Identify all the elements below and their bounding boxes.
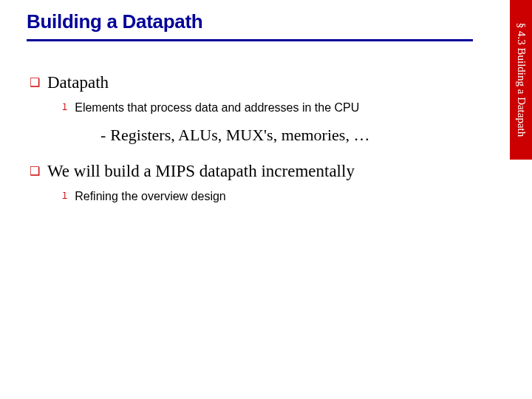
side-tab-label: § 4.3 Building a Datapath — [515, 23, 528, 137]
lvl2-text: Refining the overview design — [75, 189, 226, 204]
square-bullet-icon: ❑ — [30, 161, 40, 182]
list-item: ❑ We will build a MIPS datapath incremen… — [30, 161, 488, 182]
dash-bullet-icon: - — [100, 126, 106, 145]
lvl1-text: We will build a MIPS datapath incrementa… — [47, 161, 355, 182]
title-area: Building a Datapath — [0, 0, 532, 33]
list-item: - Registers, ALUs, MUX's, memories, … — [100, 126, 488, 145]
side-tab: § 4.3 Building a Datapath — [510, 0, 532, 160]
sub-bullet-icon: l — [62, 189, 67, 204]
sub-bullet-icon: l — [62, 100, 67, 115]
lvl2-text: Elements that process data and addresses… — [75, 100, 359, 115]
content-area: ❑ Datapath l Elements that process data … — [0, 41, 532, 204]
lvl1-text: Datapath — [47, 72, 109, 93]
lvl3-text: Registers, ALUs, MUX's, memories, … — [110, 126, 369, 145]
list-item: l Refining the overview design — [62, 189, 488, 204]
block: ❑ We will build a MIPS datapath incremen… — [30, 161, 488, 204]
square-bullet-icon: ❑ — [30, 72, 40, 93]
slide-title: Building a Datapath — [27, 10, 532, 33]
list-item: ❑ Datapath — [30, 72, 488, 93]
slide: Building a Datapath § 4.3 Building a Dat… — [0, 0, 532, 399]
list-item: l Elements that process data and address… — [62, 100, 488, 115]
